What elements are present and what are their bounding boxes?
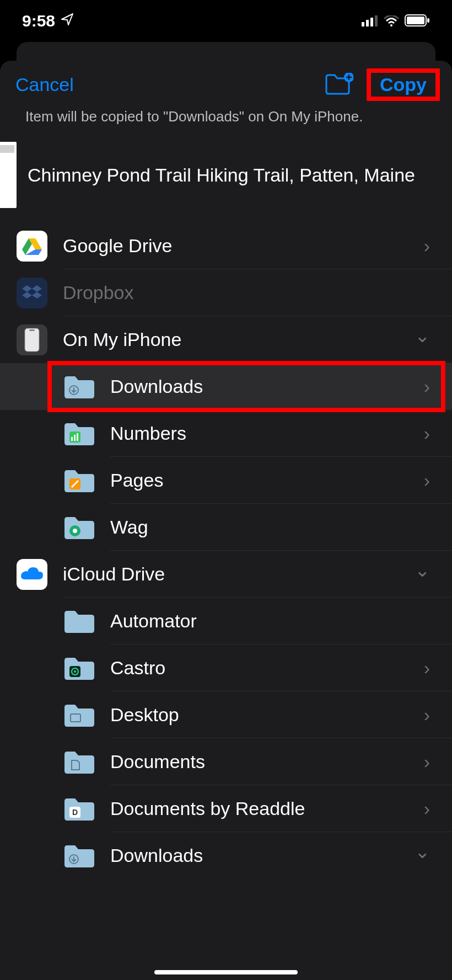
folder-downloads-icloud[interactable]: Downloads	[0, 832, 452, 879]
cellular-icon	[362, 12, 378, 30]
location-label: On My iPhone	[63, 329, 415, 350]
svg-point-28	[74, 670, 76, 673]
folder-label: Numbers	[110, 423, 424, 444]
folder-label: Pages	[110, 470, 424, 491]
chevron-down-icon	[415, 329, 430, 351]
status-time: 9:58	[22, 12, 55, 30]
item-preview-row: Chimney Pond Trail Hiking Trail, Patten,…	[0, 132, 452, 222]
folder-label: Documents	[110, 751, 424, 773]
svg-rect-7	[427, 18, 429, 23]
iphone-icon	[17, 324, 47, 355]
chevron-down-icon	[415, 563, 430, 585]
location-icloud-drive[interactable]: iCloud Drive	[0, 551, 452, 598]
folder-label: Downloads	[110, 376, 424, 397]
folder-label: Downloads	[110, 845, 415, 866]
svg-marker-12	[22, 285, 32, 292]
folder-documents[interactable]: Documents	[0, 738, 452, 785]
google-drive-icon	[17, 231, 47, 262]
folder-icon	[63, 702, 96, 728]
chevron-down-icon	[415, 845, 430, 867]
folder-automator[interactable]: Automator	[0, 598, 452, 645]
status-bar: 9:58	[0, 0, 452, 42]
svg-rect-3	[375, 15, 378, 26]
highlight-copy: Copy	[367, 68, 440, 101]
svg-marker-14	[22, 292, 32, 299]
location-google-drive[interactable]: Google Drive	[0, 222, 452, 269]
chevron-right-icon	[424, 657, 430, 679]
chevron-right-icon	[424, 423, 430, 444]
folder-icon	[63, 843, 96, 869]
folder-icon: D	[63, 796, 96, 822]
location-on-my-iphone[interactable]: On My iPhone	[0, 316, 452, 363]
battery-icon	[405, 12, 430, 30]
folder-desktop[interactable]: Desktop	[0, 691, 452, 738]
svg-rect-21	[74, 435, 76, 441]
folder-numbers[interactable]: Numbers	[0, 410, 452, 457]
svg-text:D: D	[72, 808, 78, 817]
locations-list: Google Drive Dropbox On My iPhone	[0, 222, 452, 980]
folder-label: Desktop	[110, 704, 424, 726]
location-label: iCloud Drive	[63, 563, 415, 585]
save-sheet: Cancel Copy Item will be copied to "Down…	[0, 61, 452, 980]
svg-rect-6	[407, 17, 424, 24]
chevron-right-icon	[424, 704, 430, 726]
folder-label: Castro	[110, 657, 424, 679]
folder-icon	[63, 374, 96, 400]
folder-label: Wag	[110, 516, 430, 538]
svg-rect-16	[25, 328, 39, 351]
folder-icon	[63, 749, 96, 775]
folder-icon	[63, 608, 96, 635]
svg-rect-17	[29, 329, 35, 331]
folder-documents-readdle[interactable]: D Documents by Readdle	[0, 785, 452, 832]
svg-rect-0	[362, 22, 364, 26]
new-folder-icon[interactable]	[325, 73, 353, 96]
folder-label: Documents by Readdle	[110, 798, 424, 819]
destination-subtitle: Item will be copied to "Downloads" on On…	[0, 106, 452, 132]
location-dropbox: Dropbox	[0, 269, 452, 316]
chevron-right-icon	[424, 235, 430, 257]
svg-point-4	[390, 24, 392, 26]
item-thumbnail	[0, 142, 17, 208]
home-indicator[interactable]	[154, 970, 298, 974]
folder-wag[interactable]: Wag	[0, 504, 452, 551]
status-icons	[362, 12, 430, 30]
folder-castro[interactable]: Castro	[0, 645, 452, 691]
chevron-right-icon	[424, 376, 430, 397]
dropbox-icon	[17, 278, 47, 308]
folder-downloads[interactable]: Downloads	[0, 363, 452, 410]
item-title: Chimney Pond Trail Hiking Trail, Patten,…	[28, 164, 415, 186]
copy-button[interactable]: Copy	[374, 72, 432, 97]
location-arrow-icon	[61, 13, 74, 30]
folder-icon	[63, 420, 96, 447]
svg-rect-22	[77, 433, 78, 441]
svg-point-25	[73, 529, 77, 533]
svg-marker-13	[32, 285, 42, 292]
location-label: Dropbox	[63, 282, 430, 303]
chevron-right-icon	[424, 798, 430, 819]
wifi-icon	[384, 12, 399, 30]
svg-rect-2	[370, 18, 373, 26]
location-label: Google Drive	[63, 235, 424, 257]
folder-pages[interactable]: Pages	[0, 457, 452, 504]
folder-icon	[63, 655, 96, 681]
cancel-button[interactable]: Cancel	[15, 74, 74, 95]
icloud-icon	[17, 559, 47, 590]
chevron-right-icon	[424, 751, 430, 773]
sheet-header: Cancel Copy	[0, 61, 452, 106]
svg-rect-20	[71, 437, 73, 441]
folder-icon	[63, 467, 96, 494]
background-sheet	[17, 42, 435, 61]
chevron-right-icon	[424, 470, 430, 491]
svg-marker-15	[32, 292, 42, 299]
folder-label: Automator	[110, 610, 430, 632]
folder-icon	[63, 514, 96, 541]
svg-rect-1	[366, 20, 369, 26]
